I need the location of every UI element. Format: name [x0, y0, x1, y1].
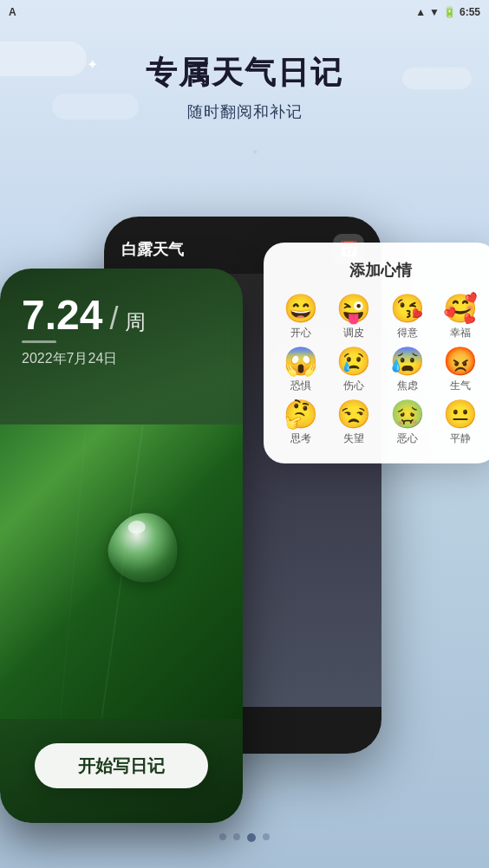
mood-item[interactable]: 😡生气 — [438, 347, 485, 393]
pagination-dot[interactable] — [263, 833, 270, 840]
mood-label: 伤心 — [343, 379, 364, 393]
sparkle-3: ✦ — [251, 147, 258, 157]
mood-label: 失望 — [343, 431, 364, 446]
pagination-dot[interactable] — [233, 833, 240, 840]
mood-item[interactable]: 😱恐惧 — [277, 347, 324, 393]
mood-label: 平静 — [450, 431, 471, 446]
sparkle-4: ✦ — [394, 134, 405, 148]
mood-item[interactable]: 😰焦虑 — [384, 347, 431, 393]
mood-item[interactable]: 🥰幸福 — [438, 295, 485, 340]
mood-emoji: 😒 — [336, 400, 371, 428]
pagination-dot[interactable] — [247, 833, 256, 842]
mood-emoji: 😐 — [443, 400, 478, 428]
mood-label: 恐惧 — [290, 379, 311, 393]
phones-area: 白露天气 📅 7.24 / 周 2022年7月24日 — [0, 173, 489, 868]
app-name: 白露天气 — [121, 239, 184, 260]
mood-item[interactable]: 🤔思考 — [277, 400, 324, 446]
mood-panel: 添加心情 😄开心😜调皮😘得意🥰幸福😱恐惧😢伤心😰焦虑😡生气🤔思考😒失望🤢恶心😐平… — [264, 243, 489, 463]
sub-title: 随时翻阅和补记 — [0, 101, 489, 122]
mood-item[interactable]: 😄开心 — [277, 295, 324, 340]
mood-panel-title: 添加心情 — [277, 260, 484, 281]
mood-emoji: 😰 — [390, 347, 425, 375]
date-number: 7.24 — [22, 295, 102, 336]
date-weekday: 周 — [125, 308, 146, 336]
full-date: 2022年7月24日 — [22, 350, 221, 368]
mood-item[interactable]: 😢伤心 — [331, 347, 378, 393]
pagination-dot[interactable] — [219, 833, 226, 840]
water-drop-area — [0, 424, 243, 719]
wifi-icon: ▼ — [429, 6, 440, 18]
mood-label: 得意 — [397, 326, 418, 340]
mood-label: 恶心 — [397, 431, 418, 446]
mood-label: 幸福 — [450, 326, 471, 340]
mood-emoji: 🤢 — [390, 400, 425, 428]
leaf-vein-2 — [60, 425, 87, 719]
mood-grid: 😄开心😜调皮😘得意🥰幸福😱恐惧😢伤心😰焦虑😡生气🤔思考😒失望🤢恶心😐平静 — [277, 295, 484, 446]
status-left-text: A — [9, 6, 16, 18]
mood-emoji: 😱 — [284, 347, 318, 375]
mood-label: 调皮 — [343, 326, 364, 340]
mood-label: 思考 — [290, 431, 311, 446]
mood-emoji: 😄 — [284, 295, 318, 322]
mood-emoji: 😡 — [443, 347, 478, 375]
mood-item[interactable]: 😘得意 — [384, 295, 431, 340]
mood-item[interactable]: 🤢恶心 — [384, 400, 431, 446]
mood-item[interactable]: 😜调皮 — [331, 295, 378, 340]
battery-icon: 🔋 — [443, 6, 456, 18]
status-bar: A ▲ ▼ 🔋 6:55 — [0, 0, 489, 24]
status-right: ▲ ▼ 🔋 6:55 — [415, 6, 480, 18]
start-diary-button[interactable]: 开始写日记 — [35, 743, 208, 788]
date-slash: / — [109, 301, 118, 337]
pagination-dots — [0, 833, 489, 842]
green-phone-content: 7.24 / 周 2022年7月24日 — [0, 269, 243, 385]
phone-front: 7.24 / 周 2022年7月24日 开始写日记 — [0, 269, 243, 823]
mood-emoji: 😜 — [336, 295, 371, 322]
title-section: 专属天气日记 随时翻阅和补记 — [0, 52, 489, 122]
mood-emoji: 😘 — [390, 295, 425, 322]
mood-emoji: 🤔 — [284, 400, 318, 428]
mood-label: 生气 — [450, 379, 471, 393]
date-display: 7.24 / 周 — [22, 295, 221, 337]
mood-label: 开心 — [290, 326, 311, 340]
time-display: 6:55 — [460, 6, 480, 18]
water-drop — [101, 505, 186, 590]
mood-emoji: 😢 — [336, 347, 371, 375]
mood-item[interactable]: 😒失望 — [331, 400, 378, 446]
main-title: 专属天气日记 — [0, 52, 489, 94]
mood-emoji: 🥰 — [443, 295, 478, 322]
leaf-background — [0, 424, 243, 719]
date-underline — [22, 340, 56, 343]
mood-item[interactable]: 😐平静 — [438, 400, 485, 446]
mood-label: 焦虑 — [397, 379, 418, 393]
signal-icon: ▲ — [415, 6, 426, 18]
